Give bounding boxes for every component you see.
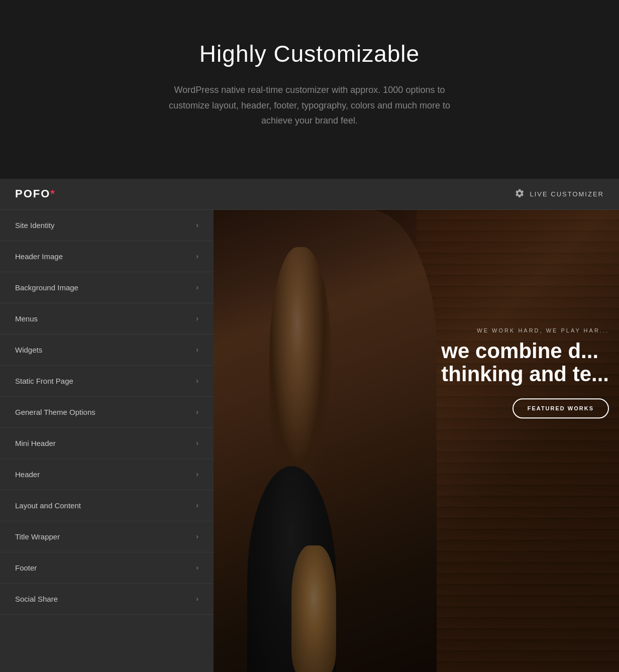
- customizer-frame: POFO * LIVE CUSTOMIZER Site Identity›Hea…: [0, 179, 619, 672]
- chevron-right-icon-menus: ›: [196, 314, 198, 322]
- sidebar-item-label-menus: Menus: [15, 314, 38, 323]
- sidebar-item-layout-and-content[interactable]: Layout and Content›: [0, 490, 214, 521]
- sidebar-item-static-front-page[interactable]: Static Front Page›: [0, 366, 214, 397]
- chevron-right-icon-layout-and-content: ›: [196, 501, 198, 509]
- preview-background: [214, 210, 619, 672]
- sidebar-item-header-image[interactable]: Header Image›: [0, 241, 214, 272]
- hero-title: Highly Customizable: [20, 40, 599, 67]
- preview-featured-works-button[interactable]: FEATURED WORKS: [512, 398, 609, 418]
- chevron-right-icon-mini-header: ›: [196, 439, 198, 447]
- sidebar-item-label-social-share: Social Share: [15, 595, 58, 603]
- chevron-right-icon-header-image: ›: [196, 252, 198, 260]
- preview-headline: we combine d... thinking and te...: [441, 340, 609, 386]
- customizer-sidebar: Site Identity›Header Image›Background Im…: [0, 210, 214, 672]
- chevron-right-icon-widgets: ›: [196, 346, 198, 354]
- sidebar-item-menus[interactable]: Menus›: [0, 303, 214, 334]
- preview-overlay: [214, 210, 619, 672]
- sidebar-item-label-general-theme-options: General Theme Options: [15, 408, 95, 416]
- live-customizer-text: LIVE CUSTOMIZER: [530, 190, 604, 198]
- chevron-right-icon-static-front-page: ›: [196, 377, 198, 385]
- chevron-right-icon-background-image: ›: [196, 283, 198, 291]
- customizer-body: Site Identity›Header Image›Background Im…: [0, 210, 619, 672]
- hero-subtitle: WordPress native real-time customizer wi…: [154, 82, 465, 129]
- sidebar-item-site-identity[interactable]: Site Identity›: [0, 210, 214, 241]
- logo-text: POFO: [15, 187, 50, 200]
- sidebar-item-header[interactable]: Header›: [0, 459, 214, 490]
- sidebar-item-label-title-wrapper: Title Wrapper: [15, 532, 60, 541]
- logo: POFO *: [15, 187, 55, 200]
- sidebar-item-background-image[interactable]: Background Image›: [0, 272, 214, 303]
- sidebar-item-label-background-image: Background Image: [15, 283, 78, 292]
- sidebar-item-title-wrapper[interactable]: Title Wrapper›: [0, 521, 214, 552]
- gear-icon: [514, 188, 525, 200]
- live-customizer-label: LIVE CUSTOMIZER: [514, 188, 604, 200]
- chevron-right-icon-site-identity: ›: [196, 221, 198, 229]
- sidebar-item-widgets[interactable]: Widgets›: [0, 334, 214, 366]
- preview-headline-line2: thinking and te...: [441, 362, 609, 386]
- sidebar-item-label-footer: Footer: [15, 564, 37, 572]
- chevron-right-icon-title-wrapper: ›: [196, 532, 198, 540]
- customizer-header: POFO * LIVE CUSTOMIZER: [0, 179, 619, 210]
- sidebar-item-label-site-identity: Site Identity: [15, 221, 54, 230]
- sidebar-item-general-theme-options[interactable]: General Theme Options›: [0, 397, 214, 428]
- chevron-right-icon-footer: ›: [196, 564, 198, 572]
- sidebar-item-label-header-image: Header Image: [15, 252, 63, 261]
- chevron-right-icon-social-share: ›: [196, 595, 198, 603]
- preview-tagline: WE WORK HARD, WE PLAY HAR...: [441, 327, 609, 333]
- chevron-right-icon-header: ›: [196, 470, 198, 478]
- sidebar-item-label-layout-and-content: Layout and Content: [15, 501, 81, 510]
- sidebar-item-footer[interactable]: Footer›: [0, 552, 214, 584]
- sidebar-item-label-widgets: Widgets: [15, 346, 42, 354]
- sidebar-item-social-share[interactable]: Social Share›: [0, 584, 214, 615]
- sidebar-item-mini-header[interactable]: Mini Header›: [0, 428, 214, 459]
- sidebar-item-label-mini-header: Mini Header: [15, 439, 56, 447]
- sidebar-item-label-header: Header: [15, 470, 40, 479]
- hero-section: Highly Customizable WordPress native rea…: [0, 0, 619, 179]
- preview-text-content: WE WORK HARD, WE PLAY HAR... we combine …: [441, 327, 609, 418]
- chevron-right-icon-general-theme-options: ›: [196, 408, 198, 416]
- preview-headline-line1: we combine d...: [441, 339, 598, 363]
- customizer-preview: WE WORK HARD, WE PLAY HAR... we combine …: [214, 210, 619, 672]
- logo-star: *: [50, 187, 55, 200]
- sidebar-item-label-static-front-page: Static Front Page: [15, 377, 73, 385]
